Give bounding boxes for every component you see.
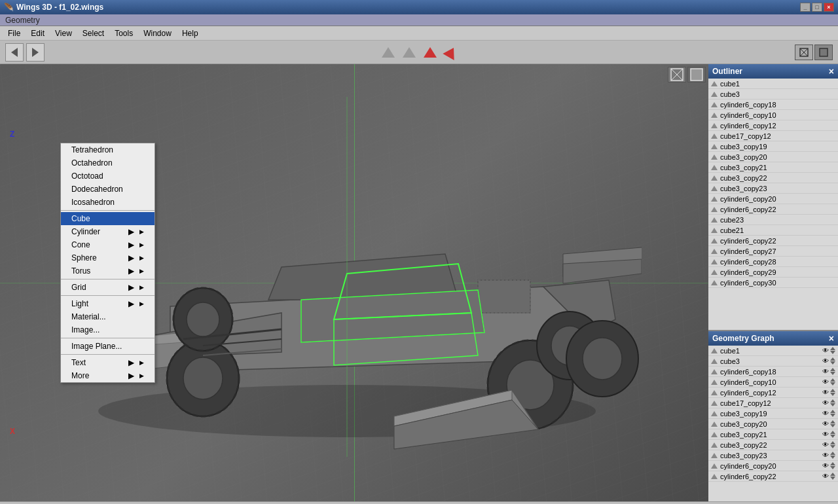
- arrow-down-icon[interactable]: [830, 424, 835, 427]
- view-tri-3-active[interactable]: [421, 43, 439, 62]
- view-solid-button[interactable]: [814, 45, 833, 60]
- arrow-down-icon[interactable]: [830, 351, 835, 354]
- ctx-image-plane[interactable]: Image Plane...: [61, 340, 155, 353]
- arrow-down-icon[interactable]: [830, 445, 835, 448]
- geom-graph-item[interactable]: cylinder6_copy10 👁: [708, 377, 838, 387]
- arrow-up-icon[interactable]: [830, 378, 835, 382]
- geom-graph-list[interactable]: cube1 👁 cube3 👁 cylinder6_copy18 �: [708, 346, 838, 501]
- maximize-button[interactable]: □: [812, 3, 822, 12]
- outliner-list[interactable]: cube1cube3cylinder6_copy18cylinder6_copy…: [708, 79, 838, 330]
- close-button[interactable]: ×: [824, 3, 834, 12]
- arrow-down-icon[interactable]: [830, 414, 835, 417]
- outliner-item[interactable]: cube3: [708, 89, 838, 99]
- outliner-item[interactable]: cube1: [708, 79, 838, 89]
- arrow-down-icon[interactable]: [830, 382, 835, 386]
- arrow-down-icon[interactable]: [830, 372, 835, 375]
- eye-icon[interactable]: 👁: [822, 473, 829, 480]
- outliner-item[interactable]: cylinder6_copy22: [708, 236, 838, 246]
- view-tri-1[interactable]: [379, 43, 397, 62]
- arrow-up-icon[interactable]: [830, 462, 835, 465]
- ctx-torus[interactable]: Torus ▶: [61, 264, 155, 278]
- eye-icon[interactable]: 👁: [822, 368, 829, 375]
- arrow-down-icon[interactable]: [830, 466, 835, 469]
- outliner-item[interactable]: cube3_copy20: [708, 152, 838, 162]
- ctx-more[interactable]: More ▶: [61, 369, 155, 382]
- geom-graph-item[interactable]: cylinder6_copy22 👁: [708, 471, 838, 482]
- arrow-up-icon[interactable]: [830, 399, 835, 403]
- arrow-up-icon[interactable]: [830, 347, 835, 350]
- outliner-item[interactable]: cylinder6_copy30: [708, 278, 838, 288]
- arrow-down-icon[interactable]: [830, 435, 835, 438]
- eye-icon[interactable]: 👁: [822, 462, 829, 469]
- ctx-text[interactable]: Text ▶: [61, 356, 155, 369]
- menu-tools[interactable]: Tools: [109, 27, 138, 39]
- outliner-item[interactable]: cube21: [708, 225, 838, 236]
- eye-icon[interactable]: 👁: [822, 452, 829, 459]
- ctx-cylinder[interactable]: Cylinder ▶: [61, 225, 155, 238]
- menu-edit[interactable]: Edit: [26, 27, 50, 39]
- outliner-item[interactable]: cylinder6_copy12: [708, 120, 838, 131]
- ctx-icosahedron[interactable]: Icosahedron: [61, 196, 155, 209]
- ctx-grid[interactable]: Grid ▶: [61, 281, 155, 294]
- ctx-cube[interactable]: Cube: [61, 212, 155, 225]
- outliner-close-button[interactable]: ×: [829, 66, 834, 77]
- outliner-item[interactable]: cube3_copy22: [708, 173, 838, 183]
- ctx-octotoad[interactable]: Octotoad: [61, 170, 155, 183]
- minimize-button[interactable]: _: [800, 3, 811, 12]
- geom-graph-item[interactable]: cylinder6_copy18 👁: [708, 367, 838, 377]
- ctx-cone[interactable]: Cone ▶: [61, 238, 155, 251]
- view-wireframe-button[interactable]: [795, 45, 813, 60]
- outliner-item[interactable]: cube3_copy21: [708, 162, 838, 173]
- geom-graph-item[interactable]: cylinder6_copy12 👁: [708, 387, 838, 398]
- ctx-light[interactable]: Light ▶: [61, 297, 155, 310]
- menu-view[interactable]: View: [50, 27, 77, 39]
- view-tri-2[interactable]: [400, 43, 418, 62]
- eye-icon[interactable]: 👁: [822, 389, 829, 396]
- outliner-item[interactable]: cube17_copy12: [708, 131, 838, 141]
- arrow-up-icon[interactable]: [830, 410, 835, 413]
- eye-icon[interactable]: 👁: [822, 431, 829, 438]
- eye-icon[interactable]: 👁: [822, 420, 829, 427]
- geom-graph-item[interactable]: cube1 👁: [708, 346, 838, 356]
- outliner-item[interactable]: cylinder6_copy28: [708, 257, 838, 267]
- geom-graph-item[interactable]: cube3 👁: [708, 356, 838, 367]
- arrow-up-icon[interactable]: [830, 452, 835, 455]
- arrow-up-icon[interactable]: [830, 420, 835, 423]
- arrow-up-icon[interactable]: [830, 368, 835, 371]
- arrow-down-icon[interactable]: [830, 477, 835, 480]
- outliner-item[interactable]: cylinder6_copy18: [708, 99, 838, 110]
- eye-icon[interactable]: 👁: [822, 378, 829, 386]
- arrow-up-icon[interactable]: [830, 389, 835, 392]
- eye-icon[interactable]: 👁: [822, 441, 829, 448]
- geom-graph-item[interactable]: cube3_copy23 👁: [708, 450, 838, 461]
- outliner-item[interactable]: cylinder6_copy20: [708, 194, 838, 204]
- geom-graph-item[interactable]: cube3_copy22 👁: [708, 440, 838, 450]
- outliner-item[interactable]: cube3_copy19: [708, 141, 838, 152]
- geom-graph-close-button[interactable]: ×: [829, 333, 834, 344]
- geom-graph-item[interactable]: cube3_copy21 👁: [708, 429, 838, 440]
- arrow-down-icon[interactable]: [830, 403, 835, 406]
- menu-select[interactable]: Select: [77, 27, 109, 39]
- nav-forward-button[interactable]: [26, 43, 45, 62]
- outliner-item[interactable]: cylinder6_copy10: [708, 110, 838, 120]
- eye-icon[interactable]: 👁: [822, 347, 829, 354]
- outliner-item[interactable]: cylinder6_copy29: [708, 267, 838, 278]
- eye-icon[interactable]: 👁: [822, 410, 829, 417]
- outliner-item[interactable]: cube3_copy23: [708, 183, 838, 194]
- outliner-item[interactable]: cube23: [708, 215, 838, 225]
- eye-icon[interactable]: 👁: [822, 357, 829, 365]
- geom-graph-item[interactable]: cube17_copy12 👁: [708, 398, 838, 408]
- eye-icon[interactable]: 👁: [822, 399, 829, 406]
- view-mode-2[interactable]: [687, 67, 706, 82]
- geom-graph-item[interactable]: cylinder6_copy20 👁: [708, 461, 838, 471]
- outliner-item[interactable]: cylinder6_copy27: [708, 246, 838, 257]
- arrow-up-icon[interactable]: [830, 473, 835, 476]
- arrow-up-icon[interactable]: [830, 357, 835, 361]
- arrow-up-icon[interactable]: [830, 441, 835, 444]
- ctx-tetrahedron[interactable]: Tetrahedron: [61, 143, 155, 156]
- geom-graph-item[interactable]: cube3_copy20 👁: [708, 419, 838, 429]
- arrow-up-icon[interactable]: [830, 431, 835, 434]
- view-mode-1[interactable]: [668, 67, 686, 82]
- view-tri-4[interactable]: [442, 43, 460, 62]
- menu-window[interactable]: Window: [138, 27, 177, 39]
